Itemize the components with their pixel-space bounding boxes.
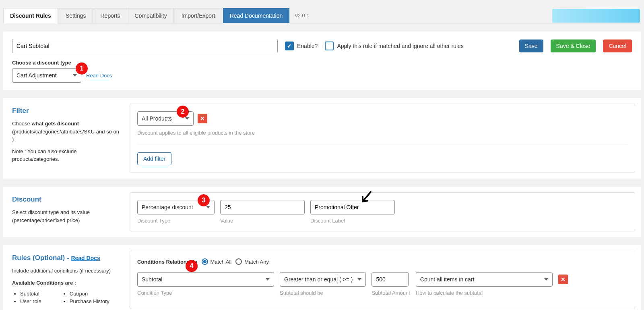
calc-select[interactable]: Count all items in cart: [416, 272, 553, 287]
filter-title: Filter: [12, 107, 121, 115]
enable-checkbox[interactable]: [285, 42, 294, 50]
discount-value-input[interactable]: [220, 200, 305, 214]
annotation-badge-3: 3: [198, 194, 210, 206]
filter-hint: Discount applies to all eligible product…: [137, 130, 627, 136]
apply-ignore-checkbox[interactable]: [325, 42, 334, 50]
operator-select[interactable]: Greater than or equal ( >= ): [280, 272, 366, 287]
operator-label: Subtotal should be: [280, 290, 366, 296]
discount-type-value: Cart Adjustment: [17, 72, 57, 79]
chevron-down-icon: [266, 278, 270, 281]
apply-ignore-label: Apply this rule if matched and ignore al…: [337, 43, 463, 49]
filter-desc: Choose what gets discount (products/cate…: [12, 120, 121, 144]
operator-value: Greater than or equal ( >= ): [284, 276, 353, 283]
match-all-radio[interactable]: [202, 258, 208, 265]
filter-note: Note : You can also exclude products/cat…: [12, 148, 121, 163]
annotation-badge-2: 2: [177, 106, 189, 118]
match-all-label: Match All: [211, 259, 232, 265]
add-filter-button[interactable]: Add filter: [137, 152, 171, 165]
rules-include-text: Include additional conditions (if necess…: [12, 267, 121, 275]
tab-import-export[interactable]: Import/Export: [175, 8, 222, 23]
conditions-list-col2: Coupon Purchase History: [62, 291, 109, 306]
rule-name-input[interactable]: [12, 39, 278, 53]
chevron-down-icon: [206, 206, 210, 208]
cancel-button[interactable]: Cancel: [603, 40, 632, 52]
remove-filter-button[interactable]: ✕: [198, 114, 207, 123]
discount-value-label: Value: [220, 218, 305, 224]
chevron-down-icon: [73, 74, 77, 77]
close-icon: ✕: [200, 115, 205, 122]
rules-read-docs-link[interactable]: Read Docs: [71, 255, 100, 261]
discount-label-input[interactable]: [310, 200, 395, 214]
read-docs-link[interactable]: Read Docs: [86, 73, 112, 79]
discount-title: Discount: [12, 196, 121, 204]
subtotal-amount-label: Subtotal Amount: [372, 290, 410, 296]
condition-type-label: Condition Type: [137, 290, 274, 296]
brand-strip: [552, 9, 640, 23]
discount-type-field-value: Percentage discount: [142, 204, 193, 210]
chevron-down-icon: [357, 278, 361, 281]
discount-desc: Select discount type and its value (perc…: [12, 208, 121, 224]
calc-value: Count all items in cart: [420, 276, 475, 283]
remove-condition-button[interactable]: ✕: [558, 275, 568, 284]
save-close-button[interactable]: Save & Close: [551, 40, 596, 52]
annotation-badge-4: 4: [186, 260, 198, 272]
tab-read-documentation[interactable]: Read Documentation: [223, 8, 290, 23]
rules-title: Rules (Optional) - Read Docs: [12, 254, 121, 262]
conditions-list-col1: Subtotal User role: [12, 291, 41, 306]
close-icon: ✕: [561, 276, 566, 283]
available-conditions-label: Available Conditions are :: [12, 279, 121, 287]
tab-reports[interactable]: Reports: [94, 8, 127, 23]
arrow-annotation-icon: [359, 190, 375, 206]
calc-label: How to calculate the subtotal: [416, 290, 553, 296]
filter-select-value: All Products: [142, 115, 172, 122]
match-any-radio[interactable]: [235, 258, 242, 265]
discount-type-select[interactable]: Cart Adjustment: [12, 68, 81, 83]
save-button[interactable]: Save: [519, 40, 543, 52]
match-any-label: Match Any: [244, 259, 269, 265]
discount-type-field-label: Discount Type: [137, 218, 215, 224]
condition-type-value: Subtotal: [142, 276, 162, 283]
discount-type-label: Choose a discount type: [12, 60, 632, 66]
subtotal-amount-input[interactable]: [372, 272, 409, 287]
condition-type-select[interactable]: Subtotal: [137, 272, 274, 287]
tab-compatibility[interactable]: Compatibility: [128, 8, 174, 23]
discount-label-field-label: Discount Label: [310, 218, 395, 224]
version-label: v2.0.1: [290, 8, 314, 23]
tab-discount-rules[interactable]: Discount Rules: [3, 8, 58, 23]
enable-label: Enable?: [297, 43, 318, 49]
tab-settings[interactable]: Settings: [59, 8, 93, 23]
chevron-down-icon: [544, 278, 548, 281]
annotation-badge-1: 1: [76, 62, 88, 75]
chevron-down-icon: [185, 117, 189, 120]
